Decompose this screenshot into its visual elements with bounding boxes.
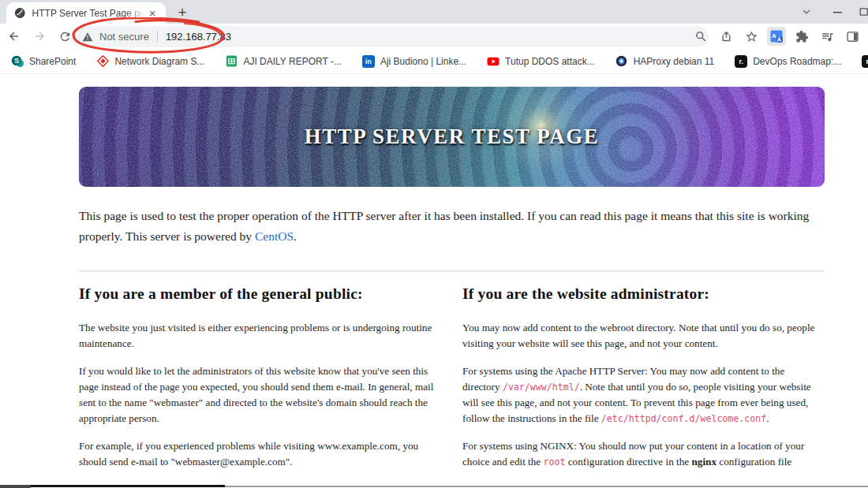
bookmark-label: SharePoint	[29, 56, 76, 67]
admin-column: If you are the website administrator: Yo…	[462, 285, 825, 481]
admin-heading: If you are the website administrator:	[462, 285, 825, 303]
path-welcome-conf: /etc/httpd/conf.d/welcome.conf	[601, 413, 766, 424]
youtube-icon	[487, 55, 499, 68]
bookmark-label: Network Diagram S...	[114, 56, 204, 67]
centos-link[interactable]: CentOS	[255, 229, 294, 243]
two-column-section: If you are a member of the general publi…	[79, 285, 825, 481]
test-page-banner: HTTP SERVER TEST PAGE	[79, 87, 825, 187]
omnibox-divider	[157, 31, 158, 43]
globe-favicon	[14, 7, 26, 19]
public-paragraph-1: The website you just visited is either e…	[79, 320, 441, 352]
toolbar-actions: A	[691, 24, 866, 49]
sharepoint-icon: S	[11, 55, 24, 68]
roadmap-icon: r.	[862, 55, 868, 68]
sheets-icon	[225, 55, 238, 68]
webpage-content: HTTP SERVER TEST PAGE This page is used …	[0, 74, 868, 488]
extensions-puzzle-icon[interactable]	[792, 27, 811, 46]
maximize-icon[interactable]	[854, 0, 868, 24]
public-column: If you are a member of the general publi…	[79, 285, 441, 481]
bookmark-linkedin[interactable]: in Aji Budiono | Linke...	[362, 55, 466, 68]
bookmark-label: Aji Budiono | Linke...	[380, 56, 466, 67]
bookmark-label: Tutup DDOS attack...	[505, 56, 595, 67]
roadmap-icon: r.	[735, 55, 747, 68]
admin-p3-text: configuration directive in the	[565, 456, 691, 468]
public-heading: If you are a member of the general publi…	[79, 285, 441, 303]
bottom-edge-segment	[0, 485, 31, 488]
public-paragraph-3: For example, if you experienced problems…	[79, 438, 441, 471]
admin-paragraph-3: For systems using NGINX: You should now …	[462, 438, 825, 471]
bottom-edge-segment	[31, 485, 225, 487]
intro-paragraph: This page is used to test the proper ope…	[79, 206, 822, 246]
admin-p3-text: configuration file	[716, 456, 791, 468]
tab-strip: HTTP Server Test Page powered × +	[0, 0, 868, 24]
admin-paragraph-2: For systems using the Apache HTTP Server…	[462, 363, 825, 427]
address-bar[interactable]: Not secure 192.168.77.83	[71, 26, 709, 47]
tab-http-test-page[interactable]: HTTP Server Test Page powered ×	[6, 2, 166, 24]
minimize-icon[interactable]	[822, 0, 854, 24]
haproxy-icon	[615, 55, 628, 68]
nginx-bold: nginx	[691, 456, 716, 468]
search-icon[interactable]	[691, 27, 710, 46]
bookmark-youtube[interactable]: Tutup DDOS attack...	[487, 55, 595, 68]
browser-window: HTTP Server Test Page powered × +	[0, 0, 868, 488]
window-controls	[791, 0, 868, 24]
media-playlist-icon[interactable]	[817, 27, 836, 46]
forward-icon	[28, 25, 51, 47]
bookmark-label: HAProxy debian 11	[634, 56, 715, 67]
bookmark-label: DevOps Roadmap:...	[753, 56, 841, 67]
diagram-icon	[96, 55, 109, 68]
bookmark-docker-roadmap[interactable]: r. Docker Roadmap -...	[862, 55, 868, 68]
url-text[interactable]: 192.168.77.83	[166, 31, 231, 43]
screenshot-bottom-edge	[0, 485, 868, 488]
public-paragraph-2: If you would like to let the administrat…	[79, 363, 441, 427]
svg-text:A: A	[772, 32, 776, 39]
bookmark-sharepoint[interactable]: S SharePoint	[11, 55, 76, 68]
navigation-toolbar: Not secure 192.168.77.83 A	[0, 24, 868, 49]
bookmark-label: AJI DAILY REPORT -...	[243, 56, 341, 67]
bookmarks-bar: S SharePoint Network Diagram S... AJI DA…	[0, 49, 868, 74]
bookmark-network-diagram[interactable]: Network Diagram S...	[96, 55, 204, 68]
share-icon[interactable]	[716, 27, 735, 46]
tab-close-icon[interactable]: ×	[146, 6, 160, 20]
bookmark-devops-roadmap[interactable]: r. DevOps Roadmap:...	[735, 55, 841, 68]
linkedin-icon: in	[362, 55, 375, 68]
warning-icon[interactable]	[82, 32, 93, 43]
bottom-edge-segment	[225, 486, 868, 487]
root-directive: root	[544, 456, 566, 468]
admin-paragraph-1: You may now add content to the webroot d…	[462, 320, 825, 352]
bookmark-haproxy[interactable]: HAProxy debian 11	[615, 55, 715, 68]
bookmark-aji-daily-report[interactable]: AJI DAILY REPORT -...	[225, 55, 341, 68]
tab-title: HTTP Server Test Page powered	[32, 8, 146, 19]
tab-search-chevron-icon[interactable]	[791, 0, 822, 24]
svg-text:S: S	[14, 57, 19, 65]
translate-icon[interactable]: A	[767, 27, 786, 46]
star-icon[interactable]	[742, 27, 761, 46]
side-panel-icon[interactable]	[843, 27, 862, 46]
intro-text: This page is used to test the proper ope…	[79, 209, 809, 243]
banner-title: HTTP SERVER TEST PAGE	[79, 87, 825, 187]
security-label[interactable]: Not secure	[99, 31, 149, 43]
admin-p2-text: .	[766, 412, 769, 424]
horizontal-divider	[79, 270, 825, 272]
new-tab-button[interactable]: +	[172, 2, 193, 23]
back-icon[interactable]	[3, 25, 25, 47]
path-var-www-html: /var/www/html/	[503, 382, 580, 393]
intro-text-end: .	[294, 229, 297, 243]
